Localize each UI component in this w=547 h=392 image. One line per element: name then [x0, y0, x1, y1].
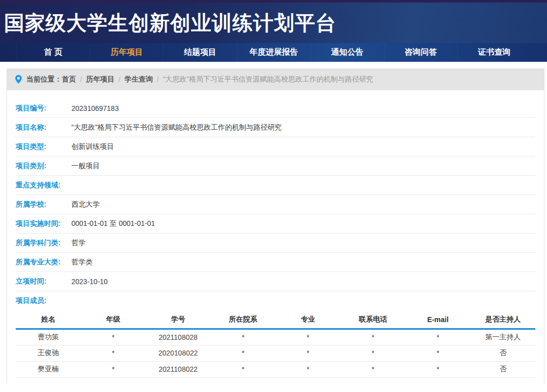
breadcrumb-separator: /: [119, 75, 121, 84]
field-value: 创新训练项目: [71, 142, 114, 151]
member-row: 樊亚楠 * 2021108022 * * * * 否: [16, 361, 535, 377]
member-row: 王俊驰 * 2020108022 * * * * 否: [16, 345, 535, 361]
member-student-id: 2021108022: [146, 361, 211, 377]
field-row: 所属学科门类: 哲学: [16, 233, 535, 253]
location-pin-icon: [15, 75, 22, 84]
member-major: *: [276, 345, 340, 361]
field-value: 2023-10-10: [71, 278, 108, 286]
breadcrumb-item[interactable]: /“大思政”格局下习近平书信资源赋能高校思政工作的机制与路径研究: [153, 75, 373, 84]
field-value: 0001-01-01 至 0001-01-01: [71, 219, 155, 228]
member-phone: *: [340, 345, 405, 361]
members-table-body: 曹功策 * 2021108028 * * * * 第一主持人 王俊驰 * 202…: [16, 329, 535, 377]
field-row: 项目类型: 创新训练项目: [16, 137, 535, 156]
field-row: 项目成员:: [16, 291, 535, 310]
site-header: 国家级大学生创新创业训练计划平台: [0, 3, 547, 43]
nav-item[interactable]: 通知公告: [310, 43, 384, 62]
field-label: 项目类型:: [16, 142, 66, 151]
breadcrumb-item-label: 学生查询: [125, 75, 153, 84]
member-is-leader: 第一主持人: [471, 329, 535, 345]
field-label: 项目编号:: [16, 104, 66, 113]
nav-item-label: 咨询问答: [405, 47, 437, 58]
member-grade: *: [81, 361, 145, 377]
members-table-header-cell: 年级: [81, 311, 145, 329]
field-label: 所属学科门类:: [16, 239, 66, 248]
field-row: 所属专业大类: 哲学类: [16, 253, 535, 272]
member-name: 王俊驰: [16, 345, 81, 361]
field-label: 项目类别:: [16, 162, 66, 171]
member-row: 曹功策 * 2021108028 * * * * 第一主持人: [16, 329, 535, 345]
nav-item-label: 首 页: [44, 47, 62, 58]
nav-item-label: 通知公告: [331, 47, 364, 58]
main-nav: 首 页 历年项目 结题项目 年度进展报告 通知公告 咨询问答 证书查询: [0, 43, 547, 62]
members-table-header-cell: 联系电话: [340, 311, 405, 329]
field-row: 项目名称: “大思政”格局下习近平书信资源赋能高校思政工作的机制与路径研究: [16, 118, 535, 137]
field-value: 哲学: [71, 239, 86, 248]
members-table-header-cell: 是否主持人: [471, 311, 535, 329]
field-value: 一般项目: [71, 162, 100, 171]
field-row: 项目实施时间: 0001-01-01 至 0001-01-01: [16, 214, 535, 233]
nav-item-label: 结题项目: [184, 47, 216, 58]
field-label: 重点支持领域:: [16, 181, 66, 190]
breadcrumb-separator: /: [80, 75, 82, 84]
field-row: 项目类别: 一般项目: [16, 156, 535, 176]
member-email: *: [406, 361, 471, 377]
field-label: 立项时间:: [16, 277, 66, 286]
member-phone: *: [340, 329, 405, 345]
members-table-header-cell: 姓名: [16, 311, 81, 329]
field-value: 西北大学: [71, 200, 100, 209]
project-detail-content: 项目编号: 202310697183 项目名称: “大思政”格局下习近平书信资源…: [7, 90, 544, 383]
nav-item[interactable]: 历年项目: [90, 43, 163, 62]
field-row: 项目编号: 202310697183: [16, 99, 535, 118]
breadcrumb-separator: /: [157, 75, 159, 84]
member-department: *: [211, 329, 276, 345]
member-student-id: 2020108022: [146, 345, 211, 361]
field-label: 所属学校:: [16, 200, 66, 209]
member-name: 樊亚楠: [16, 361, 81, 377]
field-value: 202310697183: [71, 104, 119, 112]
field-label: 项目实施时间:: [16, 219, 66, 228]
breadcrumb-prefix: 当前位置：: [26, 75, 62, 84]
nav-item[interactable]: 结题项目: [163, 43, 237, 62]
members-table-header-cell: 专业: [276, 311, 340, 329]
breadcrumb-item[interactable]: 首页: [62, 75, 76, 84]
member-major: *: [276, 361, 340, 377]
members-table-head: 姓名 年级 学号 所在院系 专业 联系电话 E-mail 是否主持人: [16, 311, 535, 329]
field-label: 项目名称:: [16, 123, 66, 132]
members-table-header-cell: 所在院系: [211, 311, 276, 329]
header-content-gap: [0, 62, 547, 68]
nav-item[interactable]: 咨询问答: [384, 43, 457, 62]
field-label: 所属专业大类:: [16, 258, 66, 267]
member-email: *: [406, 329, 471, 345]
nav-item-label: 历年项目: [110, 47, 143, 58]
member-department: *: [211, 345, 276, 361]
site-title: 国家级大学生创新创业训练计划平台: [0, 13, 336, 33]
nav-item[interactable]: 证书查询: [457, 43, 531, 62]
breadcrumb-item-label: “大思政”格局下习近平书信资源赋能高校思政工作的机制与路径研究: [163, 75, 373, 84]
breadcrumb-item[interactable]: /历年项目: [76, 75, 114, 84]
main-container: 当前位置： 首页 /历年项目 /学生查询 /“大思政”格局下习近平书信资源赋能高…: [7, 68, 544, 383]
project-field-list: 项目编号: 202310697183 项目名称: “大思政”格局下习近平书信资源…: [16, 99, 535, 310]
nav-item[interactable]: 年度进展报告: [237, 43, 310, 62]
member-major: *: [276, 329, 340, 345]
field-row: 所属学校: 西北大学: [16, 195, 535, 214]
field-value: 哲学类: [71, 258, 93, 267]
member-phone: *: [340, 361, 405, 377]
breadcrumb-item[interactable]: /学生查询: [114, 75, 153, 84]
members-table-header-cell: 学号: [146, 311, 211, 329]
member-grade: *: [81, 345, 145, 361]
member-email: *: [406, 345, 471, 361]
members-table-header-cell: E-mail: [406, 311, 471, 329]
members-table-header-row: 姓名 年级 学号 所在院系 专业 联系电话 E-mail 是否主持人: [16, 311, 535, 329]
members-table: 姓名 年级 学号 所在院系 专业 联系电话 E-mail 是否主持人: [16, 311, 535, 378]
nav-item[interactable]: 首 页: [16, 43, 90, 62]
field-row: 重点支持领域:: [16, 176, 535, 195]
nav-item-label: 证书查询: [478, 47, 511, 58]
member-is-leader: 否: [471, 361, 535, 377]
breadcrumb: 当前位置： 首页 /历年项目 /学生查询 /“大思政”格局下习近平书信资源赋能高…: [7, 68, 544, 90]
nav-item-label: 年度进展报告: [249, 47, 298, 58]
member-name: 曹功策: [16, 329, 81, 345]
field-row: 立项时间: 2023-10-10: [16, 272, 535, 291]
breadcrumb-item-label: 首页: [62, 75, 76, 84]
member-grade: *: [81, 329, 145, 345]
breadcrumb-item-label: 历年项目: [86, 75, 114, 84]
